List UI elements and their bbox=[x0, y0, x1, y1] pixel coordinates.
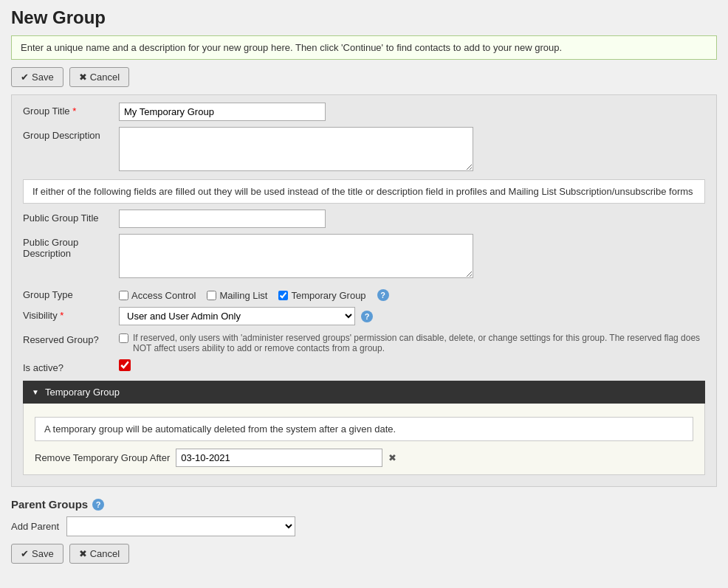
visibility-field: User and User Admin Only All Users Publi… bbox=[119, 307, 705, 325]
public-group-description-field bbox=[119, 234, 705, 280]
visibility-select[interactable]: User and User Admin Only All Users Publi… bbox=[119, 307, 355, 325]
public-group-title-label: Public Group Title bbox=[23, 210, 119, 224]
group-title-input[interactable] bbox=[119, 103, 326, 121]
clear-date-button[interactable]: ✖ bbox=[388, 452, 396, 463]
add-parent-row: Add Parent bbox=[11, 516, 717, 536]
reserved-group-row: Reserved Group? If reserved, only users … bbox=[23, 331, 705, 353]
reserved-group-label: Reserved Group? bbox=[23, 331, 119, 345]
temp-group-info: A temporary group will be automatically … bbox=[35, 417, 693, 441]
is-active-label: Is active? bbox=[23, 359, 119, 373]
info-banner: Enter a unique name and a description fo… bbox=[11, 35, 717, 60]
x-icon: ✖ bbox=[79, 72, 87, 83]
is-active-row: Is active? bbox=[23, 359, 705, 373]
cancel-button-bottom[interactable]: ✖ Cancel bbox=[69, 544, 129, 564]
section-arrow-icon: ▼ bbox=[32, 388, 39, 396]
group-description-input[interactable] bbox=[119, 127, 473, 171]
form-container: Group Title * Group Description If eithe… bbox=[11, 94, 717, 487]
page-title: New Group bbox=[11, 7, 717, 28]
checkmark-icon: ✔ bbox=[21, 72, 29, 83]
group-title-row: Group Title * bbox=[23, 103, 705, 121]
public-fields-info: If either of the following fields are fi… bbox=[23, 179, 705, 204]
temporary-group-checkbox[interactable] bbox=[278, 291, 288, 300]
mailing-list-checkbox[interactable] bbox=[207, 291, 216, 300]
save-button-top[interactable]: ✔ Save bbox=[11, 67, 63, 87]
add-parent-select[interactable] bbox=[66, 516, 295, 536]
x-icon-bottom: ✖ bbox=[79, 548, 87, 559]
cancel-button-top[interactable]: ✖ Cancel bbox=[69, 67, 129, 87]
visibility-row: Visibility * User and User Admin Only Al… bbox=[23, 307, 705, 325]
group-type-label: Group Type bbox=[23, 286, 119, 300]
public-group-description-row: Public Group Description bbox=[23, 234, 705, 280]
checkmark-icon-bottom: ✔ bbox=[21, 548, 29, 559]
reserved-group-checkbox[interactable] bbox=[119, 333, 128, 343]
top-toolbar: ✔ Save ✖ Cancel bbox=[11, 67, 717, 87]
remove-after-row: Remove Temporary Group After ✖ bbox=[35, 449, 693, 467]
access-control-checkbox[interactable] bbox=[119, 291, 128, 300]
group-title-field bbox=[119, 103, 705, 121]
public-group-title-row: Public Group Title bbox=[23, 210, 705, 228]
temporary-group-section-header[interactable]: ▼ Temporary Group bbox=[23, 381, 705, 404]
group-type-options: Access Control Mailing List Temporary Gr… bbox=[119, 286, 705, 301]
parent-groups-section: Parent Groups ? Add Parent ✔ Save ✖ Canc… bbox=[11, 498, 717, 564]
group-description-label: Group Description bbox=[23, 127, 119, 141]
save-button-bottom[interactable]: ✔ Save bbox=[11, 544, 63, 564]
reserved-group-field: If reserved, only users with 'administer… bbox=[119, 331, 705, 353]
group-description-row: Group Description bbox=[23, 127, 705, 173]
is-active-checkbox[interactable] bbox=[119, 359, 131, 371]
parent-groups-title: Parent Groups ? bbox=[11, 498, 717, 511]
group-type-help-icon[interactable]: ? bbox=[377, 289, 389, 301]
group-type-row: Group Type Access Control Mailing List T… bbox=[23, 286, 705, 301]
public-group-description-label: Public Group Description bbox=[23, 234, 119, 259]
group-description-field bbox=[119, 127, 705, 173]
public-group-title-field bbox=[119, 210, 705, 228]
remove-date-input[interactable] bbox=[176, 449, 382, 467]
parent-groups-help-icon[interactable]: ? bbox=[92, 499, 104, 511]
bottom-toolbar: ✔ Save ✖ Cancel bbox=[11, 544, 717, 564]
visibility-help-icon[interactable]: ? bbox=[361, 311, 373, 322]
group-title-label: Group Title * bbox=[23, 103, 119, 117]
temporary-group-section-body: A temporary group will be automatically … bbox=[23, 404, 705, 475]
mailing-list-option[interactable]: Mailing List bbox=[207, 290, 267, 301]
temporary-group-option[interactable]: Temporary Group bbox=[278, 290, 365, 301]
visibility-label: Visibility * bbox=[23, 307, 119, 321]
public-group-description-input[interactable] bbox=[119, 234, 473, 278]
access-control-option[interactable]: Access Control bbox=[119, 290, 196, 301]
public-group-title-input[interactable] bbox=[119, 210, 326, 228]
is-active-field bbox=[119, 359, 705, 371]
